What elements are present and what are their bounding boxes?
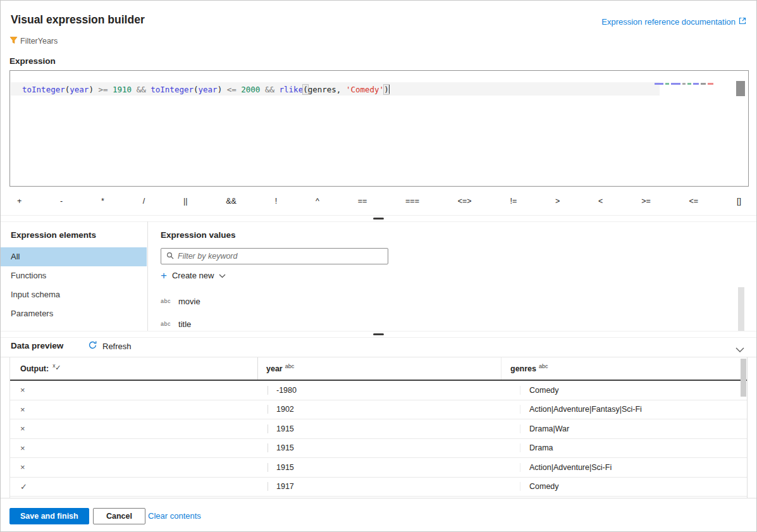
doc-link-label: Expression reference documentation [601,17,735,27]
value-item-label: title [178,319,191,329]
operator-button[interactable]: != [507,195,519,207]
code-token: ) [89,85,94,94]
code-token [222,85,227,94]
table-row: ×1915Drama [10,439,747,459]
plus-icon: + [161,271,167,280]
element-category-all[interactable]: All [1,247,147,266]
editor-minimap[interactable] [655,82,713,85]
text-cursor [389,85,390,94]
excluded-icon: × [10,405,268,414]
output-column-label: Output: [20,364,49,373]
values-panel-title: Expression values [161,230,236,240]
genres-cell: Action|Adventure|Sci-Fi [520,463,747,472]
page-title: Visual expression builder [11,13,145,27]
code-token: <= [227,85,237,94]
splitter-handle[interactable] [373,333,384,335]
clear-contents-link[interactable]: Clear contents [148,511,201,521]
filter-icon [9,36,18,46]
genres-cell: Drama|War [520,424,747,433]
operator-button[interactable]: ^ [313,195,322,207]
operator-button[interactable]: <= [687,195,701,207]
create-new-label: Create new [172,271,214,280]
data-preview-title: Data preview [11,341,63,350]
code-token: && [265,85,274,94]
operator-button[interactable]: <=> [455,195,474,207]
table-row: ×1902Action|Adventure|Fantasy|Sci-Fi [10,400,747,420]
expression-code-editor[interactable]: toInteger(year) >= 1910 && toInteger(yea… [9,70,749,187]
filter-keyword-input[interactable] [176,251,388,261]
collapse-preview-chevron-down-icon[interactable] [735,343,744,355]
code-token: && [137,85,146,94]
search-icon [161,251,176,262]
abc-type-icon: abc [285,363,295,369]
element-category-input-schema[interactable]: Input schema [1,285,147,304]
column-header-year: year abc [257,357,501,380]
elements-category-list: AllFunctionsInput schemaParameters [1,247,147,323]
code-token: 2000 [241,85,260,94]
operator-button[interactable]: == [355,195,370,207]
abc-type-icon: abc [161,298,171,304]
operator-button[interactable]: / [140,195,147,207]
operator-button[interactable]: * [99,195,107,207]
genres-column-label: genres [510,364,536,373]
value-item-label: movie [178,297,200,306]
table-row: ×1915Drama|War [10,419,747,439]
element-category-parameters[interactable]: Parameters [1,304,147,323]
save-and-finish-button[interactable]: Save and finish [9,508,89,524]
values-list: abcmovieabctitle [161,290,731,335]
data-preview-header: Data preview Refresh [1,337,756,357]
value-item-movie[interactable]: abcmovie [161,290,731,312]
operator-button[interactable]: > [553,195,562,207]
splitter-handle[interactable] [373,218,384,220]
excluded-icon: × [10,462,268,472]
genres-cell: Comedy [520,386,747,395]
operator-button[interactable]: < [596,195,605,207]
refresh-button[interactable]: Refresh [88,340,132,352]
excluded-icon: × [10,443,268,453]
year-column-label: year [266,364,283,373]
abc-type-icon: abc [539,363,548,369]
genres-cell: Drama [520,443,747,452]
expression-values-panel: Expression values + Create new abcmoviea… [149,221,756,331]
operator-button[interactable]: - [58,195,65,207]
code-token [260,85,265,94]
editor-scrollbar-thumb[interactable] [736,81,745,96]
column-header-genres: genres abc [501,357,747,380]
year-cell: 1915 [268,424,520,433]
data-preview-table: Output: x ✓ year abc genres abc ×-1980Co… [9,357,748,498]
footer-bar: Save and finish Cancel Clear contents [1,498,756,531]
code-token: year [199,85,218,94]
x-check-icon: x ✓ [52,364,63,373]
code-token: , [336,85,346,94]
transformation-name: FilterYears [20,37,58,46]
included-icon: ✓ [10,482,268,492]
operator-button[interactable]: >= [639,195,653,207]
code-token: toInteger [22,85,65,94]
operator-button[interactable]: === [403,195,422,207]
code-token: toInteger [151,85,194,94]
values-scrollbar-thumb[interactable] [738,287,744,331]
table-row: ✓1917Comedy [10,478,747,497]
table-body: ×-1980Comedy×1902Action|Adventure|Fantas… [10,381,747,497]
code-token: ) [384,85,389,94]
chevron-down-icon [219,271,226,280]
year-cell: 1915 [268,463,520,472]
element-category-functions[interactable]: Functions [1,266,147,285]
create-new-button[interactable]: + Create new [161,271,226,280]
table-scrollbar-thumb[interactable] [741,359,746,397]
operator-button[interactable]: + [15,195,24,207]
operator-button[interactable]: ! [273,195,280,207]
operator-button[interactable]: && [223,195,239,207]
expression-reference-doc-link[interactable]: Expression reference documentation [601,17,746,27]
cancel-button[interactable]: Cancel [93,508,145,524]
code-line: toInteger(year) >= 1910 && toInteger(yea… [22,85,390,94]
operator-button[interactable]: || [181,195,190,207]
elements-panel-title: Expression elements [11,230,96,240]
code-token: year [70,85,89,94]
year-cell: 1902 [268,405,520,414]
code-token: >= [98,85,108,94]
code-token: ( [194,85,199,94]
refresh-icon [88,340,97,352]
operator-button[interactable]: [] [734,195,744,207]
filter-search-box[interactable] [161,248,388,264]
